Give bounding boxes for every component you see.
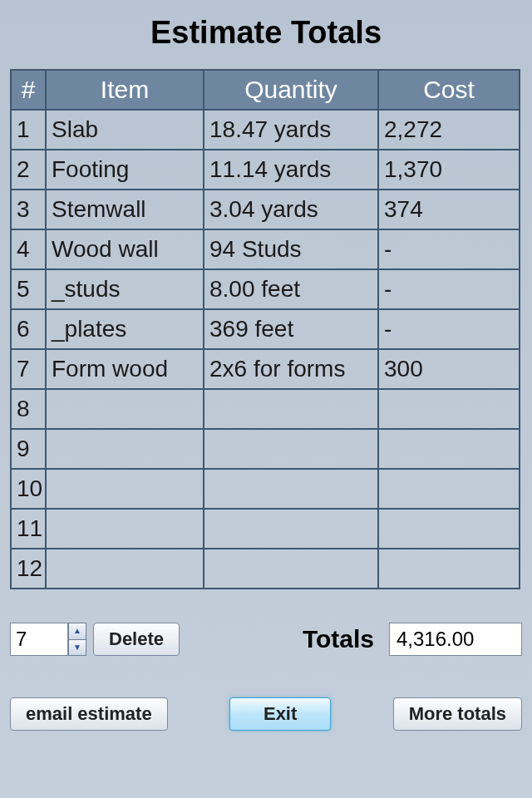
row-quantity[interactable]: 3.04 yards: [204, 190, 378, 229]
table-row[interactable]: 9: [11, 429, 520, 469]
row-spinner[interactable]: ▲ ▼: [10, 623, 86, 656]
row-number[interactable]: 12: [11, 549, 46, 589]
table-row[interactable]: 2Footing11.14 yards1,370: [11, 150, 520, 190]
more-totals-button[interactable]: More totals: [393, 697, 522, 731]
row-cost[interactable]: [378, 509, 520, 549]
row-number[interactable]: 1: [11, 110, 46, 150]
table-row[interactable]: 11: [11, 509, 520, 549]
row-number[interactable]: 11: [11, 509, 46, 549]
row-item[interactable]: [46, 429, 204, 469]
spinner-up-button[interactable]: ▲: [68, 623, 86, 639]
col-item: Item: [46, 70, 204, 110]
row-number[interactable]: 10: [11, 469, 46, 509]
col-quantity: Quantity: [204, 70, 378, 110]
row-quantity[interactable]: 18.47 yards: [204, 110, 378, 150]
row-cost[interactable]: [378, 549, 520, 589]
actions-row: email estimate Exit More totals: [10, 697, 522, 731]
row-number[interactable]: 9: [11, 429, 46, 469]
row-quantity[interactable]: 2x6 for forms: [204, 349, 378, 389]
row-item[interactable]: Stemwall: [46, 190, 204, 229]
spinner-input[interactable]: [10, 623, 68, 656]
row-quantity[interactable]: [204, 469, 378, 509]
row-quantity[interactable]: 369 feet: [204, 309, 378, 349]
row-cost[interactable]: [378, 429, 520, 469]
row-item[interactable]: Wood wall: [46, 229, 204, 269]
totals-field[interactable]: [389, 623, 522, 656]
row-item[interactable]: _plates: [46, 309, 204, 349]
row-item[interactable]: [46, 509, 204, 549]
row-quantity[interactable]: 11.14 yards: [204, 150, 378, 190]
table-row[interactable]: 4Wood wall94 Studs-: [11, 229, 520, 269]
row-cost[interactable]: [378, 469, 520, 509]
totals-label: Totals: [303, 625, 374, 653]
col-number: #: [11, 70, 46, 110]
row-item[interactable]: Footing: [46, 150, 204, 190]
row-number[interactable]: 2: [11, 150, 46, 190]
delete-button[interactable]: Delete: [93, 623, 180, 656]
row-item[interactable]: Form wood: [46, 349, 204, 389]
page-title: Estimate Totals: [10, 15, 522, 51]
table-row[interactable]: 12: [11, 549, 520, 589]
row-cost[interactable]: -: [378, 229, 520, 269]
row-number[interactable]: 7: [11, 349, 46, 389]
email-estimate-button[interactable]: email estimate: [10, 697, 168, 731]
col-cost: Cost: [378, 70, 520, 110]
table-row[interactable]: 8: [11, 389, 520, 429]
table-row[interactable]: 3Stemwall3.04 yards374: [11, 190, 520, 229]
table-row[interactable]: 10: [11, 469, 520, 509]
row-number[interactable]: 6: [11, 309, 46, 349]
row-cost[interactable]: [378, 389, 520, 429]
table-row[interactable]: 7Form wood2x6 for forms300: [11, 349, 520, 389]
row-quantity[interactable]: [204, 389, 378, 429]
table-header: # Item Quantity Cost: [11, 70, 520, 110]
row-item[interactable]: _studs: [46, 269, 204, 309]
row-quantity[interactable]: [204, 549, 378, 589]
row-quantity[interactable]: 8.00 feet: [204, 269, 378, 309]
row-number[interactable]: 5: [11, 269, 46, 309]
row-cost[interactable]: 300: [378, 349, 520, 389]
row-cost[interactable]: 1,370: [378, 150, 520, 190]
table-row[interactable]: 6_plates369 feet-: [11, 309, 520, 349]
row-quantity[interactable]: 94 Studs: [204, 229, 378, 269]
row-number[interactable]: 4: [11, 229, 46, 269]
row-quantity[interactable]: [204, 429, 378, 469]
exit-button[interactable]: Exit: [229, 697, 331, 731]
row-number[interactable]: 8: [11, 389, 46, 429]
row-cost[interactable]: -: [378, 269, 520, 309]
row-cost[interactable]: 2,272: [378, 110, 520, 150]
row-item[interactable]: [46, 549, 204, 589]
table-row[interactable]: 5_studs8.00 feet-: [11, 269, 520, 309]
row-cost[interactable]: 374: [378, 190, 520, 229]
controls-row: ▲ ▼ Delete Totals: [10, 623, 522, 656]
row-item[interactable]: Slab: [46, 110, 204, 150]
row-item[interactable]: [46, 469, 204, 509]
estimate-table: # Item Quantity Cost 1Slab18.47 yards2,2…: [10, 69, 520, 589]
row-item[interactable]: [46, 389, 204, 429]
table-row[interactable]: 1Slab18.47 yards2,272: [11, 110, 520, 150]
row-cost[interactable]: -: [378, 309, 520, 349]
row-number[interactable]: 3: [11, 190, 46, 229]
spinner-down-button[interactable]: ▼: [68, 639, 86, 657]
row-quantity[interactable]: [204, 509, 378, 549]
